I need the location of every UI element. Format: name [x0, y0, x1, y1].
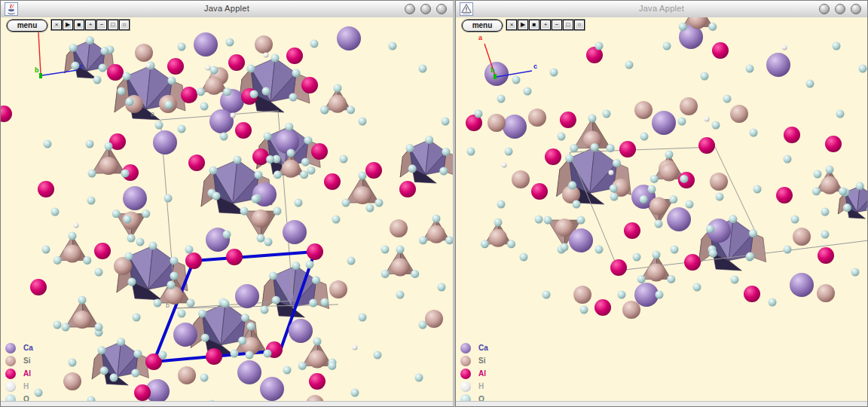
si-sphere-icon: [460, 356, 471, 366]
zoom-in-button[interactable]: +: [85, 20, 96, 30]
atom-o: [821, 208, 830, 216]
atom-o: [198, 309, 206, 317]
atom-o: [128, 278, 136, 286]
atom-h: [74, 223, 79, 228]
window-control-1[interactable]: [819, 4, 830, 14]
applet-window-left: Java Applet abcbc menu×▶■+−□○ CaSiAlHO: [0, 0, 455, 407]
atom-o: [856, 182, 864, 190]
square-mode-button[interactable]: □: [108, 20, 118, 30]
legend-label-h: H: [23, 382, 29, 390]
structure-canvas[interactable]: abcbc: [1, 17, 453, 406]
circle-mode-button[interactable]: ○: [574, 20, 585, 30]
rotate-button[interactable]: ×: [506, 20, 517, 30]
atom-al: [698, 137, 715, 154]
window-control-3[interactable]: [851, 4, 861, 14]
applet-content: abc menu×▶■+−□○ CaSiAlHO: [456, 17, 867, 406]
atom-o: [127, 234, 136, 243]
titlebar[interactable]: Java Applet: [456, 1, 867, 18]
atom-o: [220, 133, 228, 141]
atom-o: [375, 199, 384, 207]
atom-al: [610, 259, 627, 276]
atom-si: [391, 258, 409, 276]
h-sphere-icon: [5, 381, 16, 392]
window-controls: [819, 4, 861, 14]
atom-o: [178, 43, 186, 51]
play-button[interactable]: ▶: [518, 20, 528, 30]
atom-o: [185, 246, 194, 254]
atom-o: [524, 87, 532, 96]
axis-label-c: c: [533, 63, 537, 70]
window-control-1[interactable]: [405, 4, 415, 14]
window-control-2[interactable]: [420, 4, 431, 14]
atom-o: [292, 69, 301, 78]
atom-o: [310, 40, 319, 48]
atom-o: [332, 216, 341, 224]
atom-si: [135, 44, 153, 62]
atom-al: [1, 106, 12, 122]
window-title: Java Applet: [456, 4, 867, 13]
atom-o: [98, 346, 106, 354]
atom-si: [487, 114, 506, 132]
titlebar[interactable]: Java Applet: [1, 1, 453, 18]
window-control-3[interactable]: [436, 4, 447, 14]
stop-button[interactable]: ■: [74, 20, 84, 30]
applet-window-right: Java Applet abc menu×▶■+−□○ CaSiAlHO: [455, 0, 868, 407]
atom-o: [257, 234, 265, 243]
atom-o: [374, 351, 382, 360]
atom-o: [247, 323, 255, 331]
menu-button[interactable]: menu: [462, 20, 503, 32]
atom-si: [205, 77, 223, 95]
atom-o: [419, 321, 427, 329]
square-mode-button[interactable]: □: [563, 20, 573, 30]
atom-si: [821, 176, 839, 194]
menu-button[interactable]: menu: [7, 20, 47, 32]
atom-o: [806, 80, 815, 88]
atom-o: [640, 133, 649, 141]
zoom-out-button[interactable]: −: [96, 20, 107, 30]
circle-mode-button[interactable]: ○: [119, 20, 130, 30]
ca-sphere-icon: [460, 343, 471, 353]
atom-o: [558, 133, 566, 141]
zoom-in-button[interactable]: +: [540, 20, 551, 30]
atom-si: [282, 160, 300, 178]
legend-row-ca: Ca: [460, 341, 488, 354]
applet-content: abcbc menu×▶■+−□○ CaSiAlHO: [1, 17, 453, 406]
stop-button[interactable]: ■: [529, 20, 539, 30]
play-button[interactable]: ▶: [63, 20, 73, 30]
atom-ca: [153, 130, 177, 155]
atom-o: [432, 215, 441, 223]
legend-label-al: Al: [478, 369, 486, 378]
atom-si: [427, 225, 445, 243]
atom-ca: [569, 228, 593, 252]
legend-row-al: Al: [460, 367, 488, 380]
h-sphere-icon: [460, 381, 471, 392]
atom-o: [671, 246, 679, 254]
atom-o: [679, 23, 687, 31]
structure-canvas[interactable]: abc: [456, 17, 867, 406]
atom-o: [133, 314, 141, 322]
atom-al: [531, 183, 548, 200]
axis-label-c: c: [79, 63, 83, 70]
atom-o: [843, 204, 851, 212]
atom-o: [408, 164, 417, 173]
atom-o: [565, 155, 573, 163]
window-control-2[interactable]: [835, 4, 845, 14]
atom-ca: [337, 26, 361, 50]
atom-o: [289, 93, 298, 102]
atom-o: [381, 246, 390, 254]
atom-o: [124, 216, 132, 224]
atom-o: [542, 291, 551, 299]
atom-o: [812, 187, 821, 195]
atom-o: [716, 193, 724, 201]
atom-o: [425, 136, 433, 144]
atom-o: [255, 171, 263, 179]
zoom-out-button[interactable]: −: [552, 20, 562, 30]
atom-o: [283, 366, 292, 375]
atom-o: [53, 256, 62, 265]
atom-al: [38, 181, 54, 197]
atom-o: [442, 148, 451, 156]
atom-o: [44, 140, 52, 148]
rotate-button[interactable]: ×: [51, 20, 62, 30]
atom-al: [744, 286, 760, 302]
atom-o: [640, 195, 648, 204]
